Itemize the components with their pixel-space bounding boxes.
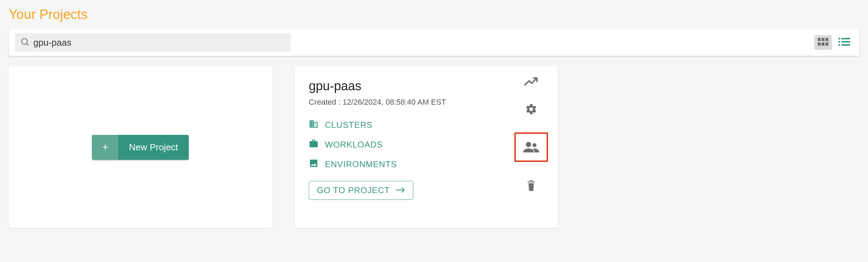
manage-users-button[interactable] (514, 132, 548, 162)
new-project-card: + New Project (9, 66, 272, 228)
svg-rect-3 (822, 38, 824, 41)
svg-rect-6 (822, 42, 824, 46)
svg-rect-9 (841, 38, 850, 39)
arrow-right-icon (395, 185, 405, 195)
svg-rect-2 (818, 38, 821, 41)
analytics-button[interactable] (524, 77, 538, 86)
svg-point-0 (22, 39, 27, 44)
clusters-link[interactable]: CLUSTERS (309, 119, 544, 131)
go-to-project-button[interactable]: GO TO PROJECT (309, 181, 413, 200)
environments-label: ENVIRONMENTS (325, 159, 397, 169)
project-links: CLUSTERS WORKLOADS ENVIRONMENTS (309, 119, 544, 170)
go-to-project-label: GO TO PROJECT (317, 185, 390, 195)
page-title: Your Projects (9, 7, 859, 22)
new-project-label: New Project (118, 135, 188, 160)
delete-button[interactable] (526, 179, 537, 191)
svg-rect-13 (841, 44, 850, 46)
list-icon (838, 38, 850, 47)
gear-icon (525, 103, 538, 116)
svg-rect-11 (841, 41, 850, 42)
project-name: gpu-paas (309, 79, 544, 93)
search-input-wrapper[interactable] (15, 33, 291, 52)
view-toggle (814, 35, 853, 50)
svg-line-1 (27, 44, 29, 46)
grid-view-button[interactable] (814, 35, 832, 50)
workloads-icon (309, 139, 319, 151)
trash-icon (526, 179, 537, 191)
svg-rect-4 (826, 38, 828, 41)
svg-rect-5 (818, 42, 821, 46)
svg-point-16 (533, 143, 536, 147)
workloads-link[interactable]: WORKLOADS (309, 139, 544, 151)
clusters-icon (309, 119, 319, 131)
projects-grid: + New Project gpu-paas Created : 12/26/2… (9, 66, 859, 228)
svg-rect-7 (826, 42, 828, 46)
svg-point-8 (839, 38, 840, 40)
workloads-label: WORKLOADS (325, 140, 383, 150)
list-view-button[interactable] (835, 35, 853, 50)
trending-up-icon (524, 77, 538, 86)
people-icon (523, 142, 539, 152)
plus-icon: + (92, 135, 118, 160)
grid-icon (818, 38, 828, 47)
svg-point-12 (839, 44, 840, 46)
project-created-date: Created : 12/26/2024, 08:58:40 AM EST (309, 98, 544, 107)
search-icon (20, 37, 30, 48)
search-bar (9, 29, 859, 56)
environments-icon (309, 158, 319, 170)
clusters-label: CLUSTERS (325, 120, 373, 130)
project-card: gpu-paas Created : 12/26/2024, 08:58:40 … (295, 66, 558, 228)
search-input[interactable] (33, 37, 286, 48)
new-project-button[interactable]: + New Project (92, 135, 188, 160)
environments-link[interactable]: ENVIRONMENTS (309, 158, 544, 170)
project-side-actions (514, 77, 548, 191)
settings-button[interactable] (525, 103, 538, 116)
svg-point-10 (839, 41, 840, 43)
svg-point-15 (526, 142, 531, 147)
